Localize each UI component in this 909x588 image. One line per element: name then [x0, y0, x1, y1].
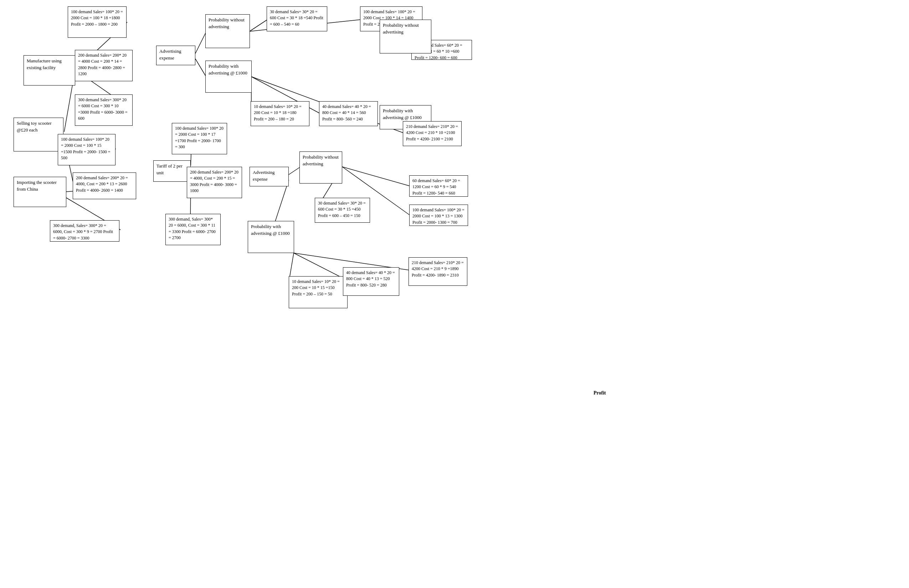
import-300-box: 300 demand, Sales= 300* 20 = 6000, Cost … — [50, 220, 120, 242]
manufacture-300-text: 300 demand Sales= 300* 20 = 6000 Cost = … — [78, 97, 128, 121]
svg-line-25 — [294, 253, 344, 279]
svg-line-9 — [195, 59, 206, 77]
tariff-300-box: 300 demand, Sales= 300* 20 = 6000, Cost … — [165, 214, 221, 245]
prob-with-label-mid-box: Probability with advertising @ £1000 — [248, 221, 294, 253]
prob-40-top-box: 40 demand Sales= 40 * 20 = 800 Cost = 40… — [319, 101, 378, 126]
profit-label: Profit — [594, 390, 606, 396]
prob-210-bot-text: 210 demand Sales= 210* 20 = 4200 Cost = … — [412, 260, 464, 278]
prob-label-top-text: Probability without advertising — [383, 23, 419, 35]
svg-line-24 — [290, 253, 294, 276]
adv-expense-mid-box: Advertising expense — [249, 167, 289, 186]
manufacture-200-box: 200 demand Sales= 200* 20 = 4000 Cost = … — [75, 50, 133, 81]
prob-30-mid-text: 30 demand Sales= 30* 20 = 600 Cost = 30 … — [318, 200, 366, 218]
tariff-100-text: 100 demand Sales= 100* 20 = 2000 Cost = … — [175, 126, 223, 149]
manufacture-200-text: 200 demand Sales= 200* 20 = 4000 Cost = … — [78, 53, 126, 76]
selling-toy-box: Selling toy scooter @£20 each — [13, 118, 63, 152]
prob-60-mid-box: 60 demand Sales= 60* 20 = 1200 Cost = 60… — [409, 175, 468, 197]
prob-60-mid-text: 60 demand Sales= 60* 20 = 1200 Cost = 60… — [412, 178, 460, 195]
svg-line-13 — [249, 19, 267, 31]
adv-expense-top-box: Advertising expense — [156, 45, 195, 65]
prob-with-adv-top-text: Probability with advertising @ £1000 — [209, 63, 247, 76]
tariff-300-text: 300 demand, Sales= 300* 20 = 6000, Cost … — [168, 216, 216, 240]
svg-line-22 — [342, 167, 410, 186]
tariff-2-box: Tariff of 2 per unit — [153, 160, 191, 182]
prob-without-label-mid-text: Probability without advertising — [302, 154, 339, 166]
prob-10-bot-text: 10 demand Sales= 10* 20 = 200 Cost = 10 … — [292, 279, 340, 297]
importing-box: Importing the scooter from China — [13, 177, 66, 207]
prob-210-top-box: 210 demand Sales= 210* 20 = 4200 Cost = … — [403, 121, 462, 146]
prob-30-mid-box: 30 demand Sales= 30* 20 = 600 Cost = 30 … — [315, 198, 370, 223]
prob-with-label-mid-text: Probability with advertising @ £1000 — [251, 224, 290, 236]
prob-without-top2-text: 30 demand Sales= 30* 20 = 600 Cost = 30 … — [270, 9, 323, 27]
selling-toy-label: Selling toy scooter @£20 each — [17, 120, 52, 132]
diagram-lines — [0, 0, 909, 588]
prob-40-bot-text: 40 demand Sales= 40 * 20 = 800 Cost = 40… — [346, 270, 395, 288]
import-200-text: 200 demand Sales= 200* 20 = 4000, Cost =… — [76, 175, 128, 193]
prob-label-top-box: Probability without advertising — [380, 19, 431, 53]
prob-with-label-top-text: Probability with advertising @ £1000 — [383, 108, 422, 120]
prob-210-bot-box: 210 demand Sales= 210* 20 = 4200 Cost = … — [409, 257, 467, 286]
manufacture-box: Manufacture using existing facility — [24, 55, 75, 86]
manufacture-label: Manufacture using existing facility — [27, 58, 61, 70]
prob-210-top-text: 210 demand Sales= 210* 20 = 4200 Cost = … — [406, 124, 458, 142]
prob-40-top-text: 40 demand Sales= 40 * 20 = 800 Cost = 40… — [322, 104, 371, 121]
prob-10-top-box: 10 demand Sales= 10* 20 = 200 Cost = 10 … — [251, 101, 309, 126]
prob-100-mid-box: 100 demand Sales= 100* 20 = 2000 Cost = … — [409, 205, 468, 226]
prob-without-label-mid-box: Probability without advertising — [299, 152, 342, 184]
prob-without-adv-top-text: Probability without advertising — [209, 17, 244, 29]
prob-without-adv-top-box: Probability without advertising — [205, 14, 250, 48]
import-200-box: 200 demand Sales= 200* 20 = 4000, Cost =… — [73, 173, 136, 199]
svg-line-8 — [195, 32, 206, 53]
prob-without-top2-box: 30 demand Sales= 30* 20 = 600 Cost = 30 … — [267, 6, 327, 31]
tariff-2-text: Tariff of 2 per unit — [157, 163, 183, 175]
tariff-100-box: 100 demand Sales= 100* 20 = 2000 Cost = … — [172, 123, 227, 154]
manufacture-100-box: 100 demand Sales= 100* 20 = 2000 Cost = … — [68, 6, 126, 38]
manufacture-100b-text: 100 demand Sales= 100* 20 = 2000 Cost = … — [61, 137, 110, 160]
adv-expense-mid-text: Advertising expense — [253, 170, 275, 182]
prob-with-adv-top-box: Probability with advertising @ £1000 — [205, 61, 252, 93]
manufacture-100b-box: 100 demand Sales= 100* 20 = 2000 Cost = … — [58, 134, 115, 165]
prob-10-bot-box: 10 demand Sales= 10* 20 = 200 Cost = 10 … — [289, 276, 348, 308]
manufacture-100-text: 100 demand Sales= 100* 20 = 2000 Cost = … — [71, 9, 123, 27]
prob-40-bot-box: 40 demand Sales= 40 * 20 = 800 Cost = 40… — [343, 267, 399, 296]
prob-10-top-text: 10 demand Sales= 10* 20 = 200 Cost = 10 … — [254, 104, 302, 121]
adv-expense-top-text: Advertising expense — [159, 48, 181, 61]
tariff-200-text: 200 demand Sales= 200* 20 = 4000, Cost =… — [190, 170, 238, 193]
svg-line-10 — [191, 154, 191, 166]
import-300-text: 300 demand, Sales= 300* 20 = 6000, Cost … — [53, 223, 113, 241]
svg-line-19 — [289, 167, 301, 174]
importing-label: Importing the scooter from China — [17, 179, 57, 192]
tariff-200-box: 200 demand Sales= 200* 20 = 4000, Cost =… — [187, 167, 242, 198]
manufacture-300-box: 300 demand Sales= 300* 20 = 6000 Cost = … — [75, 94, 133, 126]
prob-100-mid-text: 100 demand Sales= 100* 20 = 2000 Cost = … — [412, 207, 464, 225]
